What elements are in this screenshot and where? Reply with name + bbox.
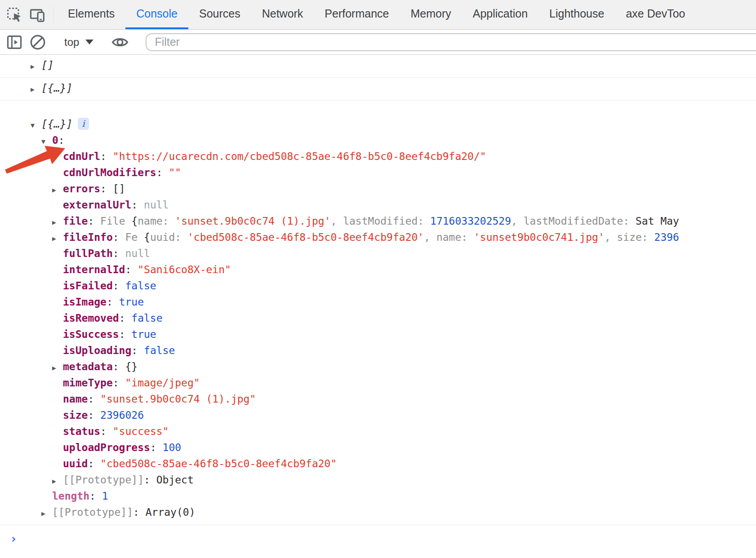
clear-console-button[interactable] xyxy=(26,33,49,51)
console-line: ▶mimeType: "image/jpeg" xyxy=(0,376,756,392)
console-prompt[interactable]: › xyxy=(0,525,756,545)
eye-icon xyxy=(111,33,129,52)
console-text-gray: uuid: xyxy=(150,231,187,243)
console-text-num: 2396026 xyxy=(100,409,144,421)
console-line: ▶[[Prototype]]: Array(0) xyxy=(0,505,756,521)
console-text-gray: , lastModified: xyxy=(330,215,430,227)
tab-application[interactable]: Application xyxy=(462,0,538,29)
console-text-gray: [[Prototype]] xyxy=(52,506,133,518)
console-text-key: metadata xyxy=(63,361,113,372)
console-text-str: 'sunset9b0c0c741.jpg' xyxy=(474,231,605,243)
disclosure-triangle[interactable]: ▶ xyxy=(41,506,52,521)
console-text-key: errors xyxy=(63,183,100,195)
console-line: ▶[{…}] xyxy=(0,78,756,100)
console-log-entry: ▶[] xyxy=(0,55,756,78)
disclosure-triangle[interactable]: ▶ xyxy=(52,361,63,376)
console-text-str: "image/jpeg" xyxy=(125,377,200,389)
chevron-down-icon xyxy=(85,40,93,44)
console-text-plain: : xyxy=(100,151,113,162)
console-text-str: "" xyxy=(169,167,181,178)
clear-console-icon xyxy=(29,33,47,51)
console-text-nullv: null xyxy=(144,199,169,211)
create-live-expression-button[interactable] xyxy=(108,33,132,52)
console-line: ▶cdnUrl: "https://ucarecdn.com/cbed508c-… xyxy=(0,149,756,165)
console-text-bool: false xyxy=(125,280,156,292)
console-text-plain: : xyxy=(113,280,125,292)
console-text-plain: : xyxy=(150,442,163,453)
console-text-plain: Object xyxy=(156,474,194,486)
console-log-entry: ▶[{…}] xyxy=(0,78,756,101)
disclosure-triangle[interactable]: ▶ xyxy=(52,215,63,230)
console-text-str: "sunset.9b0c0c74 (1).jpg" xyxy=(100,393,256,405)
console-text-plain: [] xyxy=(113,183,125,195)
disclosure-triangle[interactable]: ▶ xyxy=(52,474,63,489)
toggle-device-toolbar-button[interactable] xyxy=(26,0,49,29)
console-text-plain: Sat May xyxy=(636,215,679,227)
console-text-key: cdnUrlModifiers xyxy=(63,167,156,178)
console-line: ▶length: 1 xyxy=(0,489,756,505)
console-text-plain: : xyxy=(113,361,125,372)
console-text-plain: { xyxy=(131,215,138,227)
console-text-key: isRemoved xyxy=(63,312,119,324)
console-line: ▶isFailed: false xyxy=(0,279,756,295)
info-badge-icon[interactable]: i xyxy=(78,118,89,130)
filter-input[interactable] xyxy=(146,33,756,51)
console-text-plain: : xyxy=(58,134,65,146)
console-line: ▶isSuccess: true xyxy=(0,327,756,343)
console-text-plain: { xyxy=(144,231,150,243)
console-text-plain: Array(0) xyxy=(146,506,196,518)
console-text-plain: : xyxy=(144,474,156,486)
console-line: ▼[{…}]i xyxy=(0,117,756,133)
console-line: ▶internalId: "Sani6co8X-ein" xyxy=(0,262,756,279)
console-text-bool: true xyxy=(119,296,144,308)
show-console-sidebar-button[interactable] xyxy=(3,34,26,51)
console-text-plain: : xyxy=(100,183,113,195)
console-text-num: 1716033202529 xyxy=(430,215,511,227)
console-text-str: "https://ucarecdn.com/cbed508c-85ae-46f8… xyxy=(113,151,486,162)
console-text-keydim: length xyxy=(52,490,89,502)
sidebar-panel-icon xyxy=(6,34,23,51)
devtools-tab-bar: Elements Console Sources Network Perform… xyxy=(0,0,756,30)
console-text-key: mimeType xyxy=(63,377,113,389)
prompt-chevron-icon: › xyxy=(10,531,17,545)
console-text-num: 2396 xyxy=(654,231,679,243)
console-line: ▶cdnUrlModifiers: "" xyxy=(0,165,756,182)
tab-lighthouse[interactable]: Lighthouse xyxy=(538,0,615,29)
tab-network[interactable]: Network xyxy=(251,0,314,29)
tab-performance[interactable]: Performance xyxy=(314,0,400,29)
disclosure-triangle[interactable]: ▼ xyxy=(41,134,52,149)
disclosure-triangle[interactable]: ▶ xyxy=(52,231,63,246)
console-text-key: 0 xyxy=(52,134,58,146)
console-text-preview: [{…}] xyxy=(41,82,72,94)
console-text-bool: false xyxy=(131,312,162,324)
execution-context-selector[interactable]: top xyxy=(57,36,101,49)
console-text-gray: Fe xyxy=(125,231,144,243)
tab-console[interactable]: Console xyxy=(125,0,188,29)
console-text-preview: [{…}] xyxy=(41,118,72,130)
console-text-plain: : xyxy=(119,312,132,324)
disclosure-triangle[interactable]: ▶ xyxy=(52,183,63,198)
tab-memory[interactable]: Memory xyxy=(400,0,462,29)
console-text-plain: : xyxy=(113,248,125,259)
console-text-key: size xyxy=(63,409,88,421)
console-line: ▶status: "success" xyxy=(0,424,756,440)
console-line: ▶isUploading: false xyxy=(0,343,756,359)
inspect-element-button[interactable] xyxy=(3,0,26,29)
console-text-key: internalId xyxy=(63,264,125,275)
tab-sources[interactable]: Sources xyxy=(188,0,251,29)
tab-axe-devtools[interactable]: axe DevToo xyxy=(615,0,696,29)
disclosure-triangle[interactable]: ▶ xyxy=(31,79,41,100)
console-text-plain: : xyxy=(156,167,169,178)
console-text-str: 'sunset.9b0c0c74 (1).jpg' xyxy=(175,215,330,227)
disclosure-triangle[interactable]: ▼ xyxy=(31,118,41,133)
console-text-str: "Sani6co8X-ein" xyxy=(138,264,231,275)
console-text-plain: : xyxy=(88,458,100,469)
console-text-plain: : xyxy=(131,345,144,356)
console-line: ▶fileInfo: Fe {uuid: 'cbed508c-85ae-46f8… xyxy=(0,230,756,246)
console-line: ▶size: 2396026 xyxy=(0,408,756,424)
console-text-preview: [] xyxy=(41,59,54,71)
console-toolbar: top xyxy=(0,30,756,55)
tab-elements[interactable]: Elements xyxy=(57,0,125,29)
console-text-key: cdnUrl xyxy=(63,151,100,162)
disclosure-triangle[interactable]: ▶ xyxy=(31,56,41,77)
